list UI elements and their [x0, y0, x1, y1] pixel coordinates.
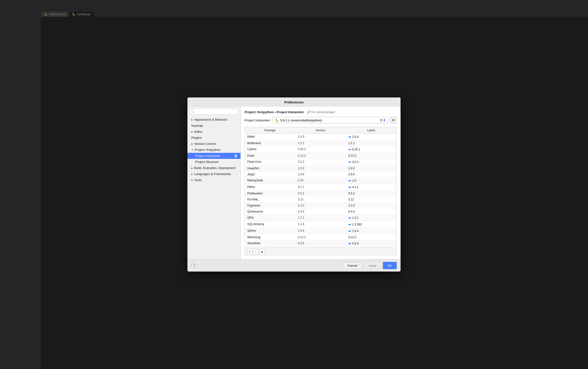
table-row[interactable]: Babel2.4.0➡2.5.0	[245, 134, 294, 140]
search-box	[188, 106, 241, 117]
interpreter-row: Project Interpreter: 🐍 3.6.1 (~/anaconda…	[245, 117, 294, 124]
cell-package: Flask	[245, 153, 294, 159]
dialog-title-text: Preferences	[284, 100, 294, 104]
project-file-icon: 📄	[234, 148, 238, 151]
dialog-title: Preferences	[188, 98, 294, 106]
languages-file-icon: 📄	[234, 172, 238, 176]
sidebar-item-build[interactable]: Build, Execution, Deployment	[188, 165, 241, 171]
sidebar-item-appearance[interactable]: Appearance & Behavior	[188, 117, 241, 123]
vcs-file-icon: 📄	[234, 142, 238, 145]
cell-package: Jinja2	[245, 171, 294, 177]
cell-package: Cython	[245, 146, 294, 153]
table-row[interactable]: Pillow4.1.1➡4.2.1	[245, 184, 294, 184]
table-header: Package Version Latest	[245, 127, 294, 134]
main-content: Project: firstpython › Project Interpret…	[241, 106, 294, 184]
interpreter-select[interactable]: 🐍 3.6.1 (~/anaconda/bin/python) ⬆⬇	[273, 117, 294, 124]
sidebar-item-editor[interactable]: Editor	[188, 129, 241, 135]
search-wrapper	[189, 108, 239, 115]
sidebar-item-plugins[interactable]: Plugins	[188, 135, 241, 141]
breadcrumb-page: Project Interpreter	[277, 110, 294, 114]
breadcrumb-project: Project: firstpython	[245, 110, 274, 114]
table-body[interactable]: Babel2.4.0➡2.5.0Bottleneck1.2.11.2.1Cyth…	[245, 134, 294, 184]
sidebar-item-structure[interactable]: Project Structure 📄	[188, 159, 241, 165]
table-row[interactable]: Bottleneck1.2.11.2.1	[245, 140, 294, 146]
cell-package: MarkupSafe	[245, 178, 294, 184]
sidebar-item-languages[interactable]: Languages & Frameworks 📄	[188, 171, 241, 177]
cell-package: Pillow	[245, 184, 294, 184]
table-row[interactable]: Cython0.25.2➡0.26.1	[245, 146, 294, 153]
preferences-dialog: Preferences Appearance & Behavior Keymap	[188, 98, 294, 184]
table-row[interactable]: MarkupSafe0.23➡1.0	[245, 178, 294, 184]
breadcrumb: Project: firstpython › Project Interpret…	[245, 110, 294, 114]
python-icon: 🐍	[275, 119, 279, 122]
cell-package: Bottleneck	[245, 140, 294, 146]
modal-overlay: Preferences Appearance & Behavior Keymap	[0, 0, 294, 184]
dialog-body: Appearance & Behavior Keymap Editor Plug…	[188, 106, 294, 184]
cell-package: Flask-Cors	[245, 159, 294, 165]
sidebar-item-project[interactable]: Project: firstpython 📄	[188, 147, 241, 153]
sidebar-item-interpreter[interactable]: Project Interpreter 📄	[188, 153, 241, 159]
structure-file-icon: 📄	[234, 160, 238, 163]
cell-package: HeapDict	[245, 165, 294, 171]
interpreter-label: Project Interpreter:	[245, 119, 271, 122]
interpreter-file-icon: 📄	[234, 154, 238, 157]
table-row[interactable]: Flask0.12.20.12.2	[245, 153, 294, 159]
sidebar-item-tools[interactable]: Tools	[188, 177, 241, 183]
packages-table: Package Version Latest Babel2.4.0➡2.5.0B…	[245, 127, 294, 184]
table-row[interactable]: Flask-Cors3.0.2➡3.0.3	[245, 159, 294, 165]
cell-package: Babel	[245, 134, 294, 140]
header-package: Package	[245, 127, 294, 133]
search-input[interactable]	[189, 108, 239, 115]
interpreter-value-text: 3.6.1 (~/anaconda/bin/python)	[280, 119, 294, 122]
table-row[interactable]: HeapDict1.0.01.0.0	[245, 165, 294, 171]
sidebar-item-keymap[interactable]: Keymap	[188, 123, 241, 129]
breadcrumb-separator: ›	[275, 110, 276, 114]
sidebar: Appearance & Behavior Keymap Editor Plug…	[188, 106, 241, 184]
table-row[interactable]: Jinja22.9.62.9.6	[245, 171, 294, 178]
sidebar-item-vcs[interactable]: Version Control 📄	[188, 141, 241, 147]
